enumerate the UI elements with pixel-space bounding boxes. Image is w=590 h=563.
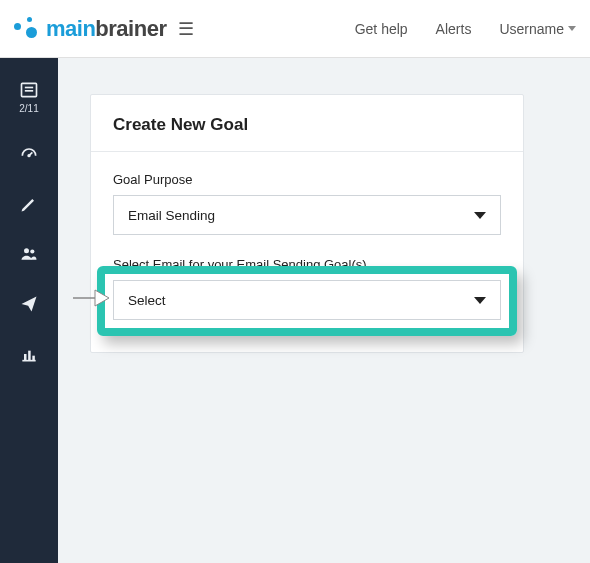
topbar: mainbrainer ☰ Get help Alerts Username — [0, 0, 590, 58]
card-title: Create New Goal — [113, 115, 501, 135]
sidebar-item-progress[interactable]: 2/11 — [19, 80, 39, 114]
chevron-down-icon — [474, 297, 486, 304]
brand-text-1: main — [46, 16, 95, 41]
arrow-indicator-icon — [71, 283, 111, 317]
svg-rect-9 — [32, 356, 35, 361]
chart-icon — [19, 344, 39, 364]
list-icon — [19, 80, 39, 100]
brand-text-2: brainer — [95, 16, 166, 41]
sidebar-progress-count: 2/11 — [19, 103, 38, 114]
users-icon — [19, 244, 39, 264]
create-goal-card: Create New Goal Goal Purpose Email Sendi… — [90, 94, 524, 353]
get-help-link[interactable]: Get help — [355, 21, 408, 37]
sidebar-item-edit[interactable] — [19, 194, 39, 214]
alerts-link[interactable]: Alerts — [436, 21, 472, 37]
pencil-icon — [19, 194, 39, 214]
username-label: Username — [499, 21, 564, 37]
svg-rect-7 — [24, 354, 27, 361]
gauge-icon — [19, 144, 39, 164]
select-email-value: Select — [128, 293, 166, 308]
select-email-label: Select Email for your Email Sending Goal… — [113, 257, 501, 272]
sidebar-item-analytics[interactable] — [19, 344, 39, 364]
sidebar-item-send[interactable] — [19, 294, 39, 314]
svg-line-4 — [29, 152, 32, 155]
chevron-down-icon — [474, 212, 486, 219]
main-content: Create New Goal Goal Purpose Email Sendi… — [58, 58, 590, 563]
chevron-down-icon — [568, 26, 576, 31]
goal-purpose-value: Email Sending — [128, 208, 215, 223]
logo-mark-icon — [14, 15, 40, 43]
menu-toggle-icon[interactable]: ☰ — [178, 20, 194, 38]
sidebar-item-dashboard[interactable] — [19, 144, 39, 164]
svg-point-5 — [24, 248, 29, 253]
goal-purpose-select[interactable]: Email Sending — [113, 195, 501, 235]
goal-purpose-label: Goal Purpose — [113, 172, 501, 187]
user-menu[interactable]: Username — [499, 21, 576, 37]
sidebar-item-users[interactable] — [19, 244, 39, 264]
select-email-dropdown[interactable]: Select — [113, 280, 501, 320]
brand-logo[interactable]: mainbrainer — [14, 15, 166, 43]
svg-rect-8 — [28, 351, 31, 361]
paper-plane-icon — [19, 294, 39, 314]
svg-point-6 — [30, 249, 34, 253]
sidebar: 2/11 — [0, 58, 58, 563]
